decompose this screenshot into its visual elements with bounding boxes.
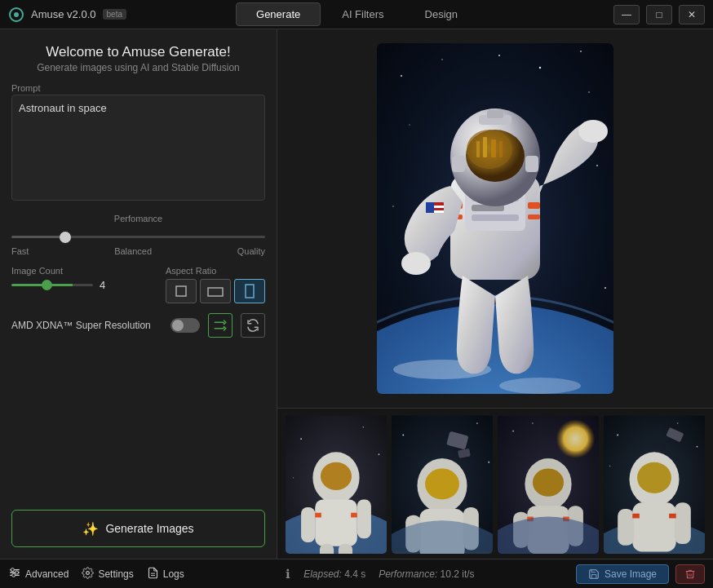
image-count-slider[interactable] [11, 284, 93, 286]
svg-point-11 [409, 124, 410, 125]
svg-rect-28 [528, 214, 540, 219]
thumbnail-1[interactable] [286, 413, 387, 554]
delete-button[interactable] [675, 564, 705, 584]
svg-point-86 [532, 422, 534, 424]
status-bar: Advanced Settings Logs [0, 559, 713, 588]
square-icon [175, 285, 188, 298]
left-panel: Welcome to Amuse Generate! Generate imag… [0, 29, 277, 559]
status-performance: Performance: 10.2 it/s [379, 568, 474, 580]
generate-icon: ✨ [82, 521, 99, 537]
svg-rect-34 [476, 141, 480, 157]
svg-rect-26 [528, 202, 540, 209]
ar-square-button[interactable] [166, 279, 197, 303]
status-right: Save Image [576, 564, 705, 584]
title-bar: Amuse v2.0.0 beta Generate AI Filters De… [0, 0, 713, 29]
amd-toggle[interactable] [170, 318, 200, 333]
svg-point-100 [609, 466, 610, 466]
thumbnail-3[interactable] [498, 413, 599, 554]
advanced-button[interactable]: Advanced [8, 566, 69, 581]
shuffle-button[interactable] [208, 313, 232, 338]
image-count-label: Image Count [11, 266, 153, 276]
perf-label-quality: Quality [237, 246, 265, 256]
thumbnail-2[interactable] [392, 413, 493, 554]
welcome-title: Welcome to Amuse Generate! [11, 44, 265, 60]
thumb-image-4 [604, 413, 705, 554]
tab-ai-filters[interactable]: AI Filters [322, 2, 403, 26]
performance-slider-container [11, 225, 265, 243]
svg-point-72 [402, 434, 404, 435]
refresh-button[interactable] [241, 313, 265, 338]
sliders-icon [8, 566, 21, 579]
svg-rect-53 [301, 507, 315, 542]
svg-point-13 [392, 206, 394, 207]
svg-rect-35 [483, 137, 487, 157]
svg-rect-3 [208, 288, 223, 296]
ar-portrait-button[interactable] [234, 279, 265, 303]
app-title: Amuse v2.0.0 [31, 8, 96, 20]
logs-button[interactable]: Logs [147, 567, 184, 581]
thumbnail-4[interactable] [604, 413, 705, 554]
logs-icon [147, 567, 159, 581]
svg-point-61 [379, 453, 380, 455]
amd-toggle-knob [172, 320, 184, 331]
svg-rect-95 [632, 514, 640, 519]
thumb-image-1 [286, 413, 387, 554]
save-image-button[interactable]: Save Image [576, 564, 669, 584]
maximize-button[interactable]: □ [646, 5, 672, 24]
tab-design[interactable]: Design [405, 2, 477, 26]
minimize-button[interactable]: — [613, 5, 640, 24]
perf-label-balanced: Balanced [114, 246, 152, 256]
main-layout: Welcome to Amuse Generate! Generate imag… [0, 29, 713, 559]
settings-button[interactable]: Settings [82, 567, 133, 581]
prompt-input[interactable]: Astronaut in space [11, 95, 265, 201]
svg-point-105 [16, 571, 19, 574]
svg-rect-40 [452, 156, 465, 172]
svg-point-104 [11, 568, 14, 572]
svg-point-98 [677, 422, 679, 424]
action-icons [208, 313, 265, 338]
svg-point-9 [588, 91, 590, 93]
ar-landscape-button[interactable] [200, 279, 231, 303]
svg-point-15 [580, 51, 582, 52]
aspect-ratio-section: Aspect Ratio [166, 266, 265, 303]
svg-point-6 [401, 75, 402, 77]
logs-label: Logs [163, 568, 184, 580]
svg-point-16 [377, 304, 613, 394]
close-button[interactable]: ✕ [679, 5, 705, 24]
svg-rect-52 [315, 500, 357, 546]
svg-point-12 [596, 165, 598, 166]
svg-rect-45 [426, 202, 434, 213]
info-icon[interactable]: ℹ [286, 567, 290, 581]
perf-label-fast: Fast [11, 246, 29, 256]
svg-rect-4 [246, 285, 254, 298]
svg-point-73 [476, 422, 478, 424]
trash-icon [684, 568, 696, 580]
svg-point-19 [499, 378, 581, 394]
performance-labels: Fast Balanced Quality [11, 246, 265, 256]
status-left: Advanced Settings Logs [8, 566, 184, 581]
aspect-ratio-buttons [166, 279, 265, 303]
performance-slider[interactable] [11, 236, 265, 238]
main-image-container [277, 29, 713, 408]
svg-point-7 [441, 59, 443, 60]
right-panel [277, 29, 713, 559]
svg-point-85 [512, 431, 514, 432]
refresh-icon [246, 318, 260, 333]
svg-point-8 [539, 67, 541, 69]
landscape-icon [207, 285, 224, 298]
main-generated-image[interactable] [377, 43, 613, 394]
title-bar-left: Amuse v2.0.0 beta [8, 7, 126, 23]
thumb-image-2 [392, 413, 493, 554]
generate-button[interactable]: ✨ Generate Images [11, 510, 265, 547]
document-icon [147, 567, 159, 579]
svg-rect-36 [491, 139, 496, 157]
prompt-label: Prompt [11, 83, 265, 93]
tab-generate[interactable]: Generate [236, 2, 321, 26]
advanced-label: Advanced [25, 568, 69, 580]
svg-point-74 [488, 462, 489, 463]
advanced-icon [8, 566, 21, 581]
svg-point-78 [533, 468, 564, 496]
svg-point-107 [86, 571, 90, 574]
thumb-image-3 [498, 413, 599, 554]
settings-label: Settings [98, 568, 133, 580]
